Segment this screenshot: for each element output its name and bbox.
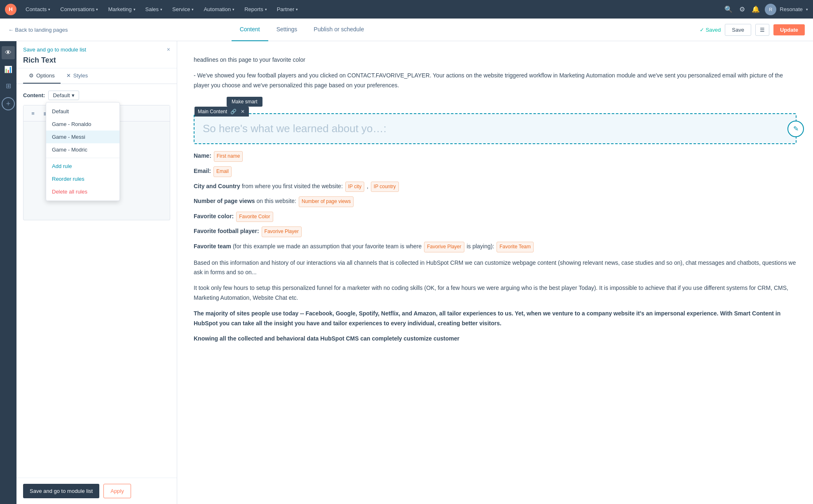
icon-sidebar: 👁 📊 ⊞ + [0, 41, 16, 504]
tab-options[interactable]: ⚙ Options [23, 68, 61, 84]
favorite-player-label: Favorite football player: [194, 228, 259, 234]
nav-automation[interactable]: Automation ▾ [199, 0, 239, 19]
content-selection-box: Main Content 🔗 ✕ So here's what we learn… [194, 113, 797, 144]
chevron-down-icon: ▾ [265, 7, 267, 12]
edit-selection-button[interactable]: ✎ [787, 121, 804, 137]
email-token: Email [213, 166, 232, 177]
nav-sales[interactable]: Sales ▾ [141, 0, 167, 19]
dropdown-item-messi[interactable]: Game - Messi [46, 131, 119, 143]
search-icon[interactable]: 🔍 [723, 4, 734, 15]
apply-button[interactable]: Apply [103, 484, 131, 498]
favorite-team-label: Favorite team [194, 243, 231, 250]
page-views-token: Number of page views [299, 196, 354, 207]
sidebar-chart-icon[interactable]: 📊 [2, 63, 15, 76]
main-layout: 👁 📊 ⊞ + Save and go to module list × Ric… [0, 41, 813, 504]
nav-partner[interactable]: Partner ▾ [273, 0, 302, 19]
tab-settings[interactable]: Settings [268, 19, 306, 41]
tab-publish[interactable]: Publish or schedule [305, 19, 372, 41]
favorite-color-label: Favorite color: [194, 213, 234, 219]
email-label: Email: [194, 168, 211, 174]
chevron-down-icon: ▾ [48, 7, 50, 12]
nav-marketing[interactable]: Marketing ▾ [104, 0, 139, 19]
header-right: ✓ Saved Save ☰ Update [700, 24, 805, 36]
ip-country-token: IP country [371, 182, 399, 192]
dropdown-reorder-rules[interactable]: Reorder rules [46, 173, 119, 185]
ip-city-token: IP city [345, 182, 364, 192]
paragraph5: Knowing all the collected and behavioral… [194, 334, 797, 344]
favorite-color-token: Favorite Color [236, 212, 273, 222]
styles-x-icon: ✕ [66, 72, 71, 79]
city-country-label: City and Country [194, 183, 240, 189]
smart-content-section: Make smart Main Content 🔗 ✕ So here's wh… [194, 97, 797, 144]
paragraph2: Based on this information and history of… [194, 258, 797, 278]
save-button[interactable]: Save [725, 24, 751, 36]
nav-icon-group: 🔍 ⚙ 🔔 R Resonate ▾ [723, 4, 808, 15]
saved-indicator: ✓ Saved [700, 27, 721, 33]
email-field-row: Email: Email [194, 166, 797, 177]
toolbar-align-left[interactable]: ≡ [28, 108, 38, 119]
intro-text: headlines on this page to your favorite … [194, 55, 797, 65]
save-module-list-button[interactable]: Save and go to module list [23, 484, 99, 498]
favorite-team-text: (for this example we made an assumption … [233, 243, 423, 250]
sidebar-eye-icon[interactable]: 👁 [2, 46, 15, 59]
nav-reports[interactable]: Reports ▾ [240, 0, 271, 19]
dropdown-item-modric[interactable]: Game - Modric [46, 143, 119, 156]
tab-styles[interactable]: ✕ Styles [61, 68, 94, 84]
tab-content[interactable]: Content [232, 19, 268, 41]
content-label-row: Content: Default ▾ Default Game - Ronald… [23, 91, 170, 100]
first-name-token: First name [214, 151, 243, 162]
selection-toolbar: Main Content 🔗 ✕ [194, 107, 249, 117]
panel-header: Save and go to module list × Rich Text [16, 41, 177, 68]
notifications-icon[interactable]: 🔔 [750, 4, 761, 15]
dropdown-item-default[interactable]: Default [46, 105, 119, 118]
dropdown-add-rule[interactable]: Add rule [46, 160, 119, 173]
content-dropdown-btn[interactable]: Default ▾ [48, 91, 79, 100]
favorive-player-token-2: Favorive Player [424, 242, 464, 252]
hubspot-logo[interactable]: H [5, 4, 16, 15]
save-module-link[interactable]: Save and go to module list [23, 47, 86, 53]
sidebar-modules-icon[interactable]: ⊞ [2, 79, 15, 92]
link-icon[interactable]: 🔗 [230, 108, 237, 115]
close-icon[interactable]: × [167, 46, 170, 53]
page-views-text: on this website: [256, 198, 298, 204]
content-area: headlines on this page to your favorite … [177, 41, 813, 504]
settings-icon[interactable]: ⚙ [738, 4, 747, 15]
favorite-player-row: Favorite football player: Favorive Playe… [194, 226, 797, 237]
name-field-row: Name: First name [194, 151, 797, 162]
panel-footer: Save and go to module list Apply [16, 478, 177, 504]
user-chevron-icon: ▾ [806, 7, 808, 12]
options-gear-icon: ⚙ [29, 72, 34, 79]
chevron-down-icon: ▾ [160, 7, 162, 12]
chevron-down-icon: ▾ [232, 7, 234, 12]
chevron-down-icon: ▾ [96, 7, 98, 12]
close-selection-icon[interactable]: ✕ [240, 108, 246, 115]
favorive-player-token: Favorive Player [262, 226, 302, 237]
dropdown-delete-rules[interactable]: Delete all rules [46, 185, 119, 198]
sidebar-add-icon[interactable]: + [2, 97, 15, 110]
user-name[interactable]: Resonate [780, 6, 803, 12]
favorite-color-row: Favorite color: Favorite Color [194, 211, 797, 222]
content-dropdown-menu: Default Game - Ronaldo Game - Messi Game… [46, 102, 120, 201]
page-views-row: Number of page views on this website: Nu… [194, 196, 797, 207]
update-button[interactable]: Update [773, 24, 805, 35]
chevron-down-icon: ▾ [72, 92, 75, 98]
is-playing-text: is playing): [466, 243, 496, 250]
nav-contacts[interactable]: Contacts ▾ [21, 0, 54, 19]
page-views-label: Number of page views [194, 198, 255, 204]
city-country-text: from where you first visited the website… [242, 183, 344, 189]
favorite-team-row: Favorite team (for this example we made … [194, 241, 797, 252]
dropdown-item-ronaldo[interactable]: Game - Ronaldo [46, 118, 119, 131]
panel-tabs: ⚙ Options ✕ Styles [16, 68, 177, 84]
options-icon-button[interactable]: ☰ [755, 24, 769, 36]
smart-tooltip: Make smart [227, 97, 262, 107]
back-to-landing-pages-link[interactable]: ← Back to landing pages [8, 27, 68, 33]
avatar[interactable]: R [765, 4, 776, 15]
selection-label: Main Content [198, 109, 227, 114]
panel-title: Rich Text [23, 56, 170, 65]
nav-service[interactable]: Service ▾ [168, 0, 198, 19]
name-label: Name: [194, 152, 211, 159]
paragraph4: The majority of sites people use today -… [194, 309, 797, 329]
city-country-row: City and Country from where you first vi… [194, 181, 797, 192]
nav-conversations[interactable]: Conversations ▾ [56, 0, 102, 19]
editor-header: ← Back to landing pages Content Settings… [0, 19, 813, 41]
